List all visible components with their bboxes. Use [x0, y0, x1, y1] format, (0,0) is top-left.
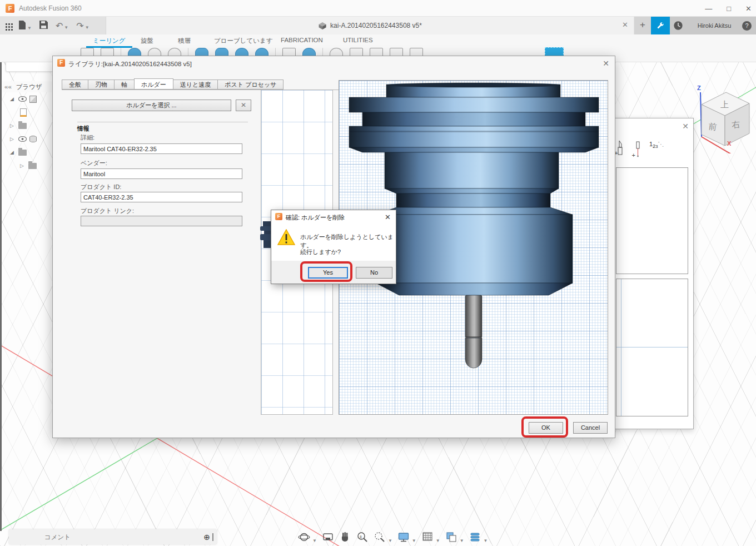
browser-title: ブラウザ	[16, 83, 42, 91]
body-icon	[29, 136, 37, 142]
collapse-panel-icon[interactable]: ««	[4, 83, 12, 90]
section-divider	[77, 122, 248, 122]
probe-tool-icon[interactable]: +	[631, 141, 640, 158]
info-section-heading: 情報	[77, 125, 89, 133]
maximize-button[interactable]: □	[727, 4, 731, 13]
close-icon[interactable]: ✕	[682, 122, 689, 131]
app-grid-icon[interactable]	[3, 22, 11, 29]
no-button[interactable]: No	[356, 267, 392, 279]
fusion360-window: F Autodesk Fusion 360 — □ ✕ ▼ ↶▼ ↷▼ kai-…	[0, 0, 756, 546]
confirm-dialog-title: 確認: ホルダーを削除	[286, 214, 345, 222]
resize-grip-icon[interactable]	[212, 533, 213, 541]
turning-tool-icon[interactable]: +	[614, 141, 623, 156]
user-name[interactable]: Hiroki Akitsu	[687, 22, 742, 29]
tool-list-box	[616, 279, 688, 416]
multiple-views-icon[interactable]: ▼	[469, 531, 488, 543]
collapsed-triangle-icon[interactable]: ▷	[10, 123, 16, 128]
collapsed-triangle-icon[interactable]: ▷	[10, 136, 16, 142]
numbered-tool-icon[interactable]: 123⋱	[649, 141, 664, 149]
select-holder-button[interactable]: ホルダーを選択 ...	[72, 100, 231, 111]
file-menu-button[interactable]: ▼	[18, 21, 32, 31]
visibility-eye-icon[interactable]	[18, 136, 27, 142]
tab-cutter[interactable]: 刃物	[88, 80, 114, 90]
library-dialog-titlebar[interactable]: F ライブラリ:[kai-A.20140205162443508 v5] ✕	[53, 56, 615, 71]
job-status-button[interactable]	[651, 17, 670, 34]
document-tab-title: kai-A.20140205162443508 v5*	[330, 22, 422, 29]
comment-bar[interactable]: ⊕	[9, 529, 217, 544]
confirm-message-line2: 続行しますか?	[300, 248, 341, 256]
confirm-dialog-titlebar[interactable]: F 確認: ホルダーを削除 ✕	[271, 210, 396, 223]
collapsed-triangle-icon[interactable]: ▷	[20, 163, 26, 168]
product-link-label: プロダクト リンク:	[81, 207, 134, 215]
version-history-button[interactable]	[670, 17, 687, 34]
cancel-button[interactable]: Cancel	[573, 422, 608, 434]
detail-input[interactable]	[81, 143, 242, 154]
axis-x-label: X	[727, 140, 732, 147]
new-tab-button[interactable]: +	[634, 17, 651, 34]
folder-icon	[18, 123, 27, 129]
window-zoom-icon[interactable]: ▼	[374, 531, 392, 543]
tab-feed-speed[interactable]: 送りと速度	[173, 80, 218, 90]
tab-post-processor[interactable]: ポスト プロセッサ	[217, 80, 284, 90]
tab-general[interactable]: 全般	[62, 80, 88, 90]
expanded-triangle-icon[interactable]: ◢	[10, 96, 16, 102]
pan-icon[interactable]	[339, 531, 351, 543]
tab-holder[interactable]: ホルダー	[134, 78, 173, 90]
product-id-input[interactable]	[81, 192, 242, 202]
vendor-label: ベンダー:	[81, 159, 107, 167]
orbit-icon[interactable]: ▼	[298, 531, 317, 543]
tab-probing[interactable]: プローブしています	[214, 37, 273, 45]
confirm-message-line1: ホルダーを削除しようとしています。	[300, 233, 396, 250]
save-button[interactable]	[39, 21, 48, 31]
minimize-button[interactable]: —	[705, 4, 712, 13]
library-tabs: 全般 刃物 軸 ホルダー 送りと速度 ポスト プロセッサ	[62, 80, 284, 90]
viewcube-right-face: 右	[730, 119, 740, 130]
tab-utilities[interactable]: UTILITIES	[343, 37, 373, 43]
document-settings-icon	[20, 108, 27, 117]
chevron-down-icon[interactable]: ▼	[312, 538, 317, 543]
chevron-down-icon[interactable]: ▼	[460, 538, 464, 543]
display-settings-icon[interactable]: ▼	[397, 531, 416, 543]
comment-input[interactable]	[9, 534, 203, 540]
tool-preview-box	[616, 167, 688, 274]
tab-shaft[interactable]: 軸	[114, 80, 134, 90]
library-close-icon[interactable]: ✕	[603, 59, 609, 68]
tab-milling[interactable]: ミーリング	[93, 37, 126, 45]
document-cube-icon	[318, 22, 326, 30]
svg-text:±: ±	[359, 534, 362, 539]
yes-button[interactable]: Yes	[308, 267, 348, 279]
vendor-input[interactable]	[81, 168, 242, 179]
confirm-close-icon[interactable]: ✕	[385, 213, 391, 221]
tab-turning[interactable]: 旋盤	[141, 37, 153, 45]
grid-settings-icon[interactable]: ▼	[421, 531, 440, 543]
undo-button[interactable]: ↶▼	[56, 21, 68, 31]
tab-additive[interactable]: 積層	[178, 37, 191, 45]
chevron-down-icon[interactable]: ▼	[436, 538, 440, 543]
document-tab-close-icon[interactable]: ✕	[622, 21, 628, 29]
help-icon[interactable]: ?	[742, 21, 752, 31]
chevron-down-icon[interactable]: ▼	[484, 538, 488, 543]
look-at-icon[interactable]	[322, 531, 334, 543]
visibility-eye-icon[interactable]	[18, 96, 27, 102]
titlebar: F Autodesk Fusion 360 — □ ✕	[0, 0, 756, 17]
redo-button[interactable]: ↷▼	[76, 21, 89, 31]
clear-holder-button[interactable]: ✕	[236, 100, 251, 111]
expanded-triangle-icon[interactable]: ◢	[10, 150, 16, 155]
detail-label: 詳細:	[81, 133, 94, 142]
warning-icon	[277, 229, 295, 245]
axis-z-label: Z	[697, 85, 701, 91]
add-comment-icon[interactable]: ⊕	[203, 533, 210, 542]
viewports-icon[interactable]: ▼	[445, 531, 464, 543]
viewcube[interactable]: 上 前 右 Z X	[693, 83, 755, 155]
chevron-down-icon[interactable]: ▼	[388, 538, 392, 543]
ok-button[interactable]: OK	[529, 422, 563, 434]
clock-icon	[673, 21, 683, 31]
close-button[interactable]: ✕	[745, 4, 752, 13]
document-tab[interactable]: kai-A.20140205162443508 v5* ✕	[106, 17, 634, 34]
chevron-down-icon[interactable]: ▼	[412, 538, 416, 543]
tool-type-icons: + + 123⋱	[614, 141, 664, 158]
tab-fabrication[interactable]: FABRICATION	[281, 37, 323, 43]
product-link-input	[81, 216, 242, 226]
component-icon	[29, 96, 37, 103]
zoom-icon[interactable]: ±	[356, 531, 369, 543]
